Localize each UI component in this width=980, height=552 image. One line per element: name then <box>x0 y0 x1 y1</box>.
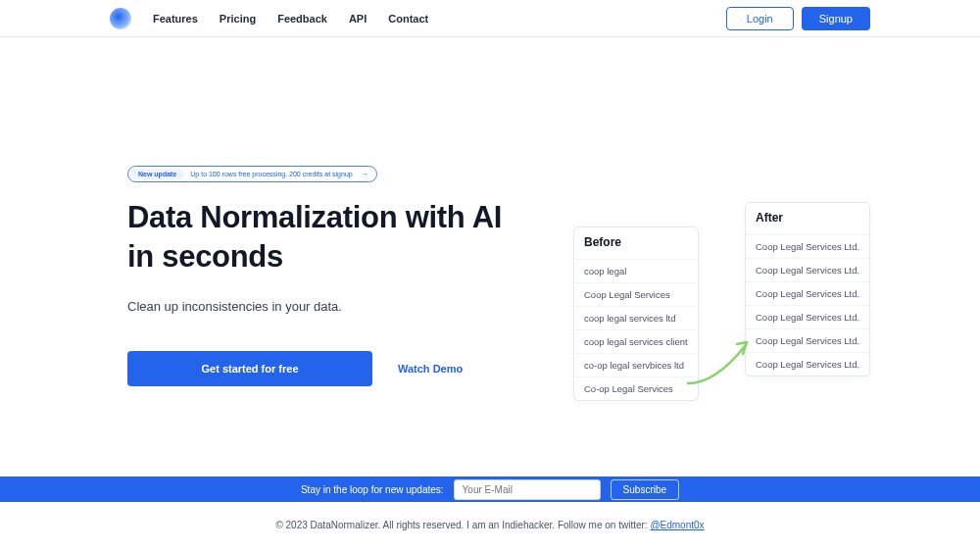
footer-note: © 2023 DataNormalizer. All rights reserv… <box>0 520 980 530</box>
after-row: Coop Legal Services Ltd. <box>746 234 869 258</box>
after-row: Coop Legal Services Ltd. <box>746 328 869 352</box>
get-started-button[interactable]: Get started for free <box>127 351 372 386</box>
after-title: After <box>746 203 869 234</box>
nav-link-pricing[interactable]: Pricing <box>220 13 256 25</box>
before-row: Coop Legal Services <box>574 282 698 306</box>
before-row: Co-op Legal Services <box>574 376 698 400</box>
arrow-right-icon: → <box>361 170 374 178</box>
email-field[interactable] <box>454 479 601 500</box>
nav-left: Features Pricing Feedback API Contact <box>110 8 428 29</box>
hero-cta-row: Get started for free Watch Demo <box>127 351 514 386</box>
subscribe-bar: Stay in the loop for new updates: Subscr… <box>0 477 980 502</box>
subscribe-prompt: Stay in the loop for new updates: <box>301 484 444 495</box>
watch-demo-button[interactable]: Watch Demo <box>398 363 463 375</box>
before-card: Before coop legal Coop Legal Services co… <box>573 226 699 401</box>
signup-button[interactable]: Signup <box>802 7 870 30</box>
after-row: Coop Legal Services Ltd. <box>746 258 869 281</box>
before-row: coop legal services client <box>574 329 698 353</box>
update-badge[interactable]: New update Up to 100 rows free processin… <box>127 166 377 182</box>
after-row: Coop Legal Services Ltd. <box>746 305 869 328</box>
badge-pill: New update <box>130 169 184 179</box>
footer-text: © 2023 DataNormalizer. All rights reserv… <box>275 520 650 530</box>
logo-icon[interactable] <box>110 8 131 29</box>
twitter-handle-link[interactable]: @Edmont0x <box>650 520 704 530</box>
badge-text: Up to 100 rows free processing. 200 cred… <box>190 171 354 177</box>
after-row: Coop Legal Services Ltd. <box>746 281 869 305</box>
after-card: After Coop Legal Services Ltd. Coop Lega… <box>745 202 870 376</box>
demo-cards: Before coop legal Coop Legal Services co… <box>573 163 853 386</box>
nav-link-contact[interactable]: Contact <box>388 13 428 25</box>
before-title: Before <box>574 227 698 259</box>
subscribe-button[interactable]: Subscribe <box>611 479 679 500</box>
after-row: Coop Legal Services Ltd. <box>746 352 869 376</box>
nav-link-features[interactable]: Features <box>153 13 198 25</box>
before-row: co-op legal servbices ltd <box>574 353 698 376</box>
hero-subtitle: Clean up inconsistencies in your data. <box>127 299 514 314</box>
before-row: coop legal services ltd <box>574 306 698 329</box>
nav-link-feedback[interactable]: Feedback <box>277 13 327 25</box>
nav-right: Login Signup <box>726 7 870 30</box>
hero-title: Data Normalization with AI in seconds <box>127 198 514 277</box>
hero-left: New update Up to 100 rows free processin… <box>127 163 514 386</box>
navbar: Features Pricing Feedback API Contact Lo… <box>0 0 980 37</box>
nav-link-api[interactable]: API <box>349 13 367 25</box>
before-row: coop legal <box>574 259 698 282</box>
hero: New update Up to 100 rows free processin… <box>0 37 980 386</box>
login-button[interactable]: Login <box>726 7 794 30</box>
